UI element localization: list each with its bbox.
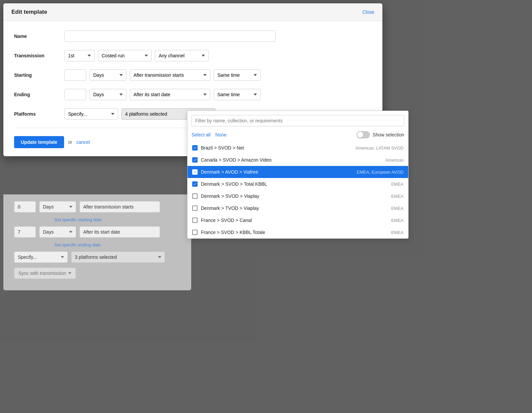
ending-when-select[interactable]: After its start date <box>130 89 210 100</box>
or-text: or <box>68 139 72 145</box>
item-tag: EMEA <box>391 218 404 223</box>
none-link[interactable]: None <box>215 132 226 137</box>
item-tag: EMEA <box>391 206 404 211</box>
transmission-order-select[interactable]: 1st <box>64 50 95 61</box>
ending-when-value: After its start date <box>134 92 170 97</box>
transmission-order-value: 1st <box>68 53 74 58</box>
checkbox[interactable]: ✓ <box>192 145 198 151</box>
transmission-label: Transmission <box>14 53 64 58</box>
starting-controls: 0 Days After transmission starts Same ti… <box>64 69 372 81</box>
item-label: France > SVOD > KBBL Totale <box>201 230 388 235</box>
item-tag: EMEA <box>391 182 404 187</box>
ending-time-select[interactable]: Same time <box>214 89 261 100</box>
dropdown-item[interactable]: ✓ Canada > SVOD > Amazon Video Americas <box>188 154 408 166</box>
platforms-selected-value: 4 platforms selected <box>125 111 167 117</box>
platforms-specify-select[interactable]: Specify... <box>64 108 118 120</box>
dropdown-item[interactable]: ✓ Denmark > AVOD > Viafree EMEA, Europea… <box>188 166 408 178</box>
chevron-down-icon <box>202 55 205 57</box>
chevron-icon <box>68 272 71 274</box>
name-controls: 7 day catch-up <box>64 31 372 42</box>
checkmark-icon: ✓ <box>194 170 197 174</box>
ending-controls: 7 Days After its start date Same time <box>64 89 372 100</box>
dropdown-item[interactable]: Denmark > TVOD > Viaplay EMEA <box>188 202 408 214</box>
item-label: Denmark > TVOD > Viaplay <box>201 205 388 211</box>
bg-set-ending-date-link[interactable]: Set specific ending date <box>54 242 180 247</box>
transmission-type-value: Costed run <box>102 53 124 58</box>
checkbox[interactable] <box>192 205 198 211</box>
bg-platforms-row: Specify... 3 platforms selected <box>14 251 180 263</box>
dropdown-item[interactable]: France > SVOD > Canal EMEA <box>188 214 408 226</box>
chevron-icon <box>69 206 72 208</box>
select-all-link[interactable]: Select all <box>192 132 211 137</box>
ending-time-value: Same time <box>217 92 240 97</box>
checkmark-icon: ✓ <box>194 146 197 150</box>
chevron-icon <box>158 256 161 258</box>
show-selection-toggle[interactable] <box>357 131 370 138</box>
chevron-down-icon <box>119 74 123 76</box>
item-tag: EMEA <box>391 194 404 199</box>
bg-starting-when: After transmission starts <box>79 201 160 213</box>
checkbox[interactable] <box>192 193 198 199</box>
dropdown-filter-section <box>188 111 408 129</box>
bg-ending-unit: Days <box>39 226 76 238</box>
name-input[interactable]: 7 day catch-up <box>64 31 276 42</box>
show-selection-label: Show selection <box>373 132 404 137</box>
ending-number-input[interactable]: 7 <box>64 89 86 100</box>
cancel-link[interactable]: cancel <box>76 139 90 145</box>
bg-sync-button: Sync with transmission <box>14 268 76 279</box>
starting-when-select[interactable]: After transmission starts <box>130 69 210 81</box>
dropdown-item[interactable]: France > SVOD > KBBL Totale EMEA <box>188 226 408 238</box>
starting-number-input[interactable]: 0 <box>64 69 86 81</box>
close-button[interactable]: Close <box>362 9 374 15</box>
transmission-row: Transmission 1st Costed run Any channel <box>14 50 372 61</box>
chevron-down-icon <box>203 94 207 96</box>
item-label: France > SVOD > Canal <box>201 218 388 223</box>
item-label: Brazil > SVOD > Net <box>201 145 352 151</box>
bg-ending-when: After its start date <box>79 226 160 238</box>
dropdown-item[interactable]: ✓ Brazil > SVOD > Net Americas, LATAM SV… <box>188 142 408 154</box>
bg-set-starting-date-link[interactable]: Set specific starting date <box>54 217 180 222</box>
checkbox[interactable] <box>192 230 198 235</box>
item-label: Denmark > SVOD > Total KBBL <box>201 181 388 187</box>
update-template-button[interactable]: Update template <box>14 136 64 148</box>
filter-input[interactable] <box>192 115 404 126</box>
item-tag: Americas, LATAM SVOD <box>356 145 404 151</box>
chevron-icon <box>61 256 64 258</box>
checkbox[interactable] <box>192 218 198 223</box>
chevron-down-icon <box>111 113 114 115</box>
dropdown-list: ✓ Brazil > SVOD > Net Americas, LATAM SV… <box>188 142 408 238</box>
chevron-down-icon <box>119 94 123 96</box>
modal-header: Edit template Close <box>3 3 382 21</box>
item-tag: Americas <box>385 158 404 163</box>
item-tag: EMEA, European AVOD <box>357 170 404 175</box>
item-tag: EMEA <box>391 230 404 235</box>
starting-time-select[interactable]: Same time <box>214 69 261 81</box>
name-row: Name 7 day catch-up <box>14 31 372 42</box>
modal-title: Edit template <box>11 9 47 15</box>
dropdown-actions: Select all None Show selection <box>188 129 408 142</box>
starting-label: Starting <box>14 72 64 78</box>
starting-when-value: After transmission starts <box>134 72 184 78</box>
transmission-channel-select[interactable]: Any channel <box>155 50 209 61</box>
ending-label: Ending <box>14 92 64 97</box>
ending-unit-select[interactable]: Days <box>90 89 126 100</box>
bg-ending-number: 7 <box>14 226 36 238</box>
dropdown-item[interactable]: Denmark > SVOD > Viaplay EMEA <box>188 190 408 202</box>
item-label: Denmark > SVOD > Viaplay <box>201 193 388 199</box>
starting-unit-select[interactable]: Days <box>90 69 126 81</box>
bg-starting-unit: Days <box>39 201 76 213</box>
checkbox[interactable]: ✓ <box>192 157 198 163</box>
platforms-specify-value: Specify... <box>68 111 87 117</box>
checkbox[interactable]: ✓ <box>192 181 198 187</box>
show-selection-row: Show selection <box>357 131 404 138</box>
ending-row: Ending 7 Days After its start date Same … <box>14 89 372 100</box>
starting-unit-value: Days <box>93 72 104 78</box>
transmission-type-select[interactable]: Costed run <box>98 50 152 61</box>
bg-sync-row: Sync with transmission <box>14 268 180 279</box>
name-label: Name <box>14 34 64 39</box>
chevron-down-icon <box>88 55 91 57</box>
transmission-controls: 1st Costed run Any channel <box>64 50 372 61</box>
dropdown-item[interactable]: ✓ Denmark > SVOD > Total KBBL EMEA <box>188 178 408 190</box>
chevron-down-icon <box>203 74 207 76</box>
checkbox[interactable]: ✓ <box>192 169 198 175</box>
